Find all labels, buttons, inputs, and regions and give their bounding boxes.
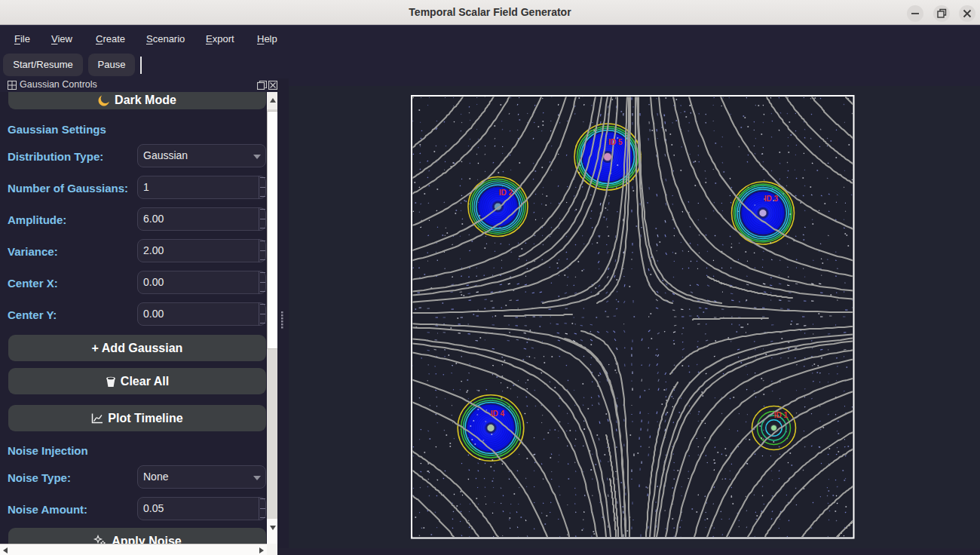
svg-text:ID 4: ID 4 <box>491 409 505 418</box>
svg-text:ID 5: ID 5 <box>608 138 623 146</box>
svg-text:ID 2: ID 2 <box>499 189 513 197</box>
svg-text:ID 1: ID 1 <box>774 411 789 419</box>
svg-text:ID 3: ID 3 <box>764 195 779 203</box>
